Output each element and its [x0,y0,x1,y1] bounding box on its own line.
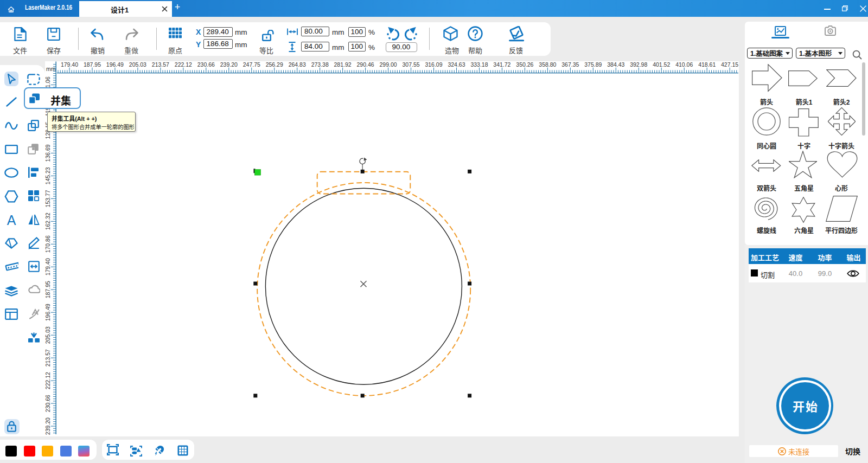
svg-text:205.03: 205.03 [45,326,51,344]
svg-text:179.40: 179.40 [45,258,51,275]
svg-text:205.03: 205.03 [129,61,146,68]
svg-text:281.92: 281.92 [334,61,352,68]
svg-text:384.43: 384.43 [607,61,624,68]
svg-text:307.55: 307.55 [403,61,420,68]
svg-text:222.12: 222.12 [45,372,51,389]
svg-text:290.46: 290.46 [357,61,374,68]
svg-text:239.20: 239.20 [45,417,51,435]
svg-text:333.18: 333.18 [470,61,488,68]
svg-text:375.89: 375.89 [584,61,602,68]
svg-text:153.77: 153.77 [45,190,51,207]
svg-text:367.35: 367.35 [561,61,579,68]
svg-text:179.40: 179.40 [61,61,78,68]
svg-text:350.26: 350.26 [516,61,533,68]
svg-text:264.83: 264.83 [289,61,306,68]
svg-text:247.75: 247.75 [243,61,260,68]
svg-text:273.38: 273.38 [311,61,329,68]
svg-text:213.57: 213.57 [152,61,169,68]
svg-text:187.95: 187.95 [84,61,101,68]
svg-text:239.20: 239.20 [220,61,238,68]
svg-text:418.61: 418.61 [698,61,716,68]
svg-text:256.29: 256.29 [266,61,283,68]
svg-text:196.49: 196.49 [45,304,51,321]
svg-text:187.95: 187.95 [45,281,51,298]
svg-text:341.72: 341.72 [493,61,510,68]
svg-text:299.00: 299.00 [380,61,397,68]
svg-text:145.23: 145.23 [45,167,51,184]
svg-text:230.66: 230.66 [197,61,215,68]
svg-text:136.69: 136.69 [45,144,51,162]
svg-text:392.98: 392.98 [630,61,647,68]
svg-text:230.66: 230.66 [45,395,51,412]
svg-text:324.63: 324.63 [448,61,465,68]
svg-text:427.15: 427.15 [721,61,738,68]
svg-text:170.86: 170.86 [45,235,51,253]
svg-text:196.49: 196.49 [106,61,124,68]
svg-text:401.52: 401.52 [653,61,670,68]
svg-text:358.80: 358.80 [539,61,556,68]
svg-text:162.32: 162.32 [45,213,51,230]
svg-text:410.06: 410.06 [675,61,693,68]
svg-text:213.57: 213.57 [45,349,51,366]
svg-text:222.12: 222.12 [175,61,192,68]
svg-text:316.09: 316.09 [425,61,442,68]
